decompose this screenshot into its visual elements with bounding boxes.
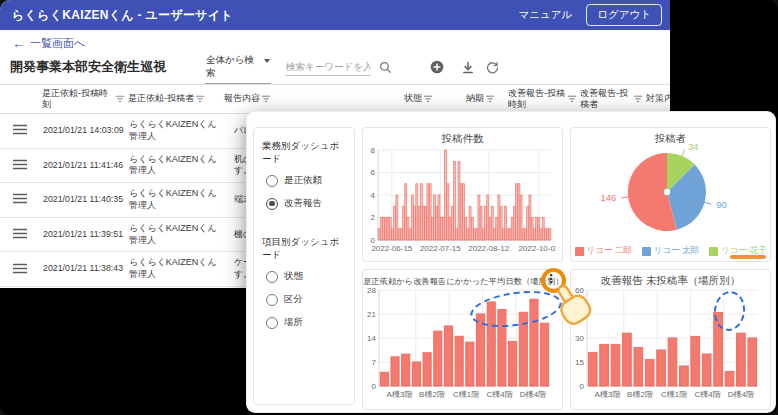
toolbar: 開発事業本部安全衛生巡視 全体から検索 — [0, 52, 670, 82]
item-radio-option[interactable]: 場所 — [266, 316, 348, 329]
filter-icon — [262, 95, 270, 103]
svg-text:D棟4階: D棟4階 — [520, 390, 546, 399]
table-header-row: 是正依頼-投稿時刻是正依頼-投稿者報告内容状態納期改善報告-投稿時刻改善報告-投… — [0, 84, 670, 114]
cell-poster: らくらくKAIZENくん 管理人 — [126, 119, 222, 142]
column-header[interactable]: 対策内容 — [644, 93, 670, 104]
chevron-down-icon — [264, 59, 270, 63]
back-link[interactable]: ← 一覧画面へ — [12, 36, 85, 51]
filter-icon — [634, 95, 642, 103]
svg-text:45: 45 — [575, 310, 584, 319]
svg-text:C棟1階: C棟1階 — [661, 390, 687, 399]
radio-icon — [266, 271, 278, 283]
post-count-chart-card: 投稿件数 024682022-06-152022-07-152022-08-12… — [362, 127, 563, 262]
column-header-label: 是正依頼-投稿者 — [128, 93, 194, 104]
column-header[interactable]: 改善報告-投稿時刻 — [506, 88, 578, 111]
item-radio-option[interactable]: 状態 — [266, 270, 348, 283]
legend-swatch — [575, 247, 584, 256]
cell-time: 2021/01/21 11:38:43 — [40, 263, 126, 274]
avg-days-chart-card: 是正依頼から改善報告にかかった平均日数（場所別） ⋮ 07142128A棟3階B… — [362, 269, 563, 410]
app-title: らくらくKAIZENくん - ユーザーサイト — [12, 7, 233, 24]
svg-text:C棟1階: C棟1階 — [453, 390, 479, 399]
refresh-icon[interactable] — [486, 61, 499, 74]
svg-text:7: 7 — [372, 358, 377, 367]
search-scope-value: 全体から検索 — [206, 54, 254, 78]
svg-text:15: 15 — [575, 358, 584, 367]
radio-label: 場所 — [284, 316, 303, 329]
app-header: らくらくKAIZENくん - ユーザーサイト マニュアル ログアウト — [0, 0, 670, 30]
row-menu-icon[interactable] — [11, 260, 29, 279]
filter-icon — [116, 95, 124, 103]
item-dashboard-label: 項目別ダッシュボード — [262, 236, 348, 262]
search-scope-select[interactable]: 全体から検索 — [205, 51, 271, 84]
row-menu-icon[interactable] — [11, 190, 29, 209]
post-count-bar-chart: 024682022-06-152022-07-152022-08-122022-… — [363, 144, 556, 256]
column-header-label: 改善報告-投稿者 — [580, 88, 632, 111]
column-header[interactable]: 状態 — [402, 93, 464, 104]
svg-text:6: 6 — [371, 168, 376, 177]
radio-label: 改善報告 — [284, 197, 322, 210]
row-menu-icon[interactable] — [11, 121, 29, 140]
back-arrow-icon: ← — [12, 37, 25, 50]
download-icon[interactable] — [462, 61, 474, 74]
kebab-menu-icon[interactable]: ⋮ — [545, 273, 557, 285]
cell-time: 2021/01/21 11:40:35 — [40, 194, 126, 205]
svg-text:8: 8 — [371, 146, 376, 155]
svg-text:14: 14 — [367, 334, 376, 343]
svg-text:B棟2階: B棟2階 — [419, 390, 445, 399]
row-menu-icon[interactable] — [11, 225, 29, 244]
business-radio-option[interactable]: 是正依頼 — [266, 174, 348, 187]
svg-text:2: 2 — [371, 213, 376, 222]
cell-poster: らくらくKAIZENくん 管理人 — [126, 154, 222, 177]
svg-text:30: 30 — [575, 334, 584, 343]
cell-time: 2021/01/21 11:39:51 — [40, 229, 126, 240]
column-header-label: 報告内容 — [224, 93, 260, 104]
cell-poster: らくらくKAIZENくん 管理人 — [126, 223, 222, 246]
svg-text:4: 4 — [371, 191, 376, 200]
add-icon[interactable] — [430, 60, 444, 74]
column-header-label: 状態 — [404, 93, 422, 104]
filter-icon — [568, 95, 576, 103]
legend-swatch — [642, 247, 651, 256]
item-radio-option[interactable]: 区分 — [266, 293, 348, 306]
filter-icon — [486, 95, 494, 103]
posters-chart-title: 投稿者 — [571, 128, 770, 144]
manual-button[interactable]: マニュアル — [511, 4, 581, 26]
column-header[interactable]: 報告内容 — [222, 93, 402, 104]
column-header-label: 納期 — [466, 93, 484, 104]
svg-text:21: 21 — [367, 310, 376, 319]
screenshot-canvas: らくらくKAIZENくん - ユーザーサイト マニュアル ログアウト ← 一覧画… — [0, 0, 778, 415]
radio-icon — [266, 317, 278, 329]
svg-text:28: 28 — [367, 286, 376, 295]
post-count-chart-title: 投稿件数 — [363, 128, 562, 144]
cell-poster: らくらくKAIZENくん 管理人 — [126, 257, 222, 280]
unposted-rate-bar-chart: 015304560A棟3階B棟2階C棟1階C棟4階D棟4階 — [571, 286, 764, 406]
svg-text:0: 0 — [580, 382, 585, 391]
radio-icon — [266, 175, 278, 187]
column-header[interactable]: 是正依頼-投稿時刻 — [40, 88, 126, 111]
svg-text:34: 34 — [688, 144, 699, 152]
search-input[interactable] — [285, 58, 371, 76]
back-link-label: 一覧画面へ — [30, 36, 85, 51]
legend-item[interactable]: リコー 太郎 — [642, 245, 699, 257]
search-icon[interactable] — [379, 61, 392, 74]
posters-pie-chart: 3490146 — [571, 144, 764, 239]
svg-text:2022-08-12: 2022-08-12 — [468, 244, 509, 253]
radio-label: 状態 — [284, 270, 303, 283]
horizontal-scrollbar-thumb[interactable] — [730, 255, 766, 259]
business-radio-option[interactable]: 改善報告 — [266, 197, 348, 210]
column-header[interactable]: 納期 — [464, 93, 506, 104]
svg-text:C棟4階: C棟4階 — [486, 390, 512, 399]
legend-label: リコー 二郎 — [587, 245, 632, 257]
unposted-rate-chart-card: 改善報告 未投稿率（場所別） 015304560A棟3階B棟2階C棟1階C棟4階… — [570, 269, 771, 410]
posters-chart-card: 投稿者 3490146 リコー 二郎リコー 太郎リコー 花子 — [570, 127, 771, 262]
legend-item[interactable]: リコー 二郎 — [575, 245, 632, 257]
svg-text:146: 146 — [601, 192, 617, 203]
logout-button[interactable]: ログアウト — [586, 4, 662, 26]
svg-text:A棟3階: A棟3階 — [387, 390, 413, 399]
radio-icon — [266, 198, 278, 210]
column-header[interactable]: 改善報告-投稿者 — [578, 88, 644, 111]
row-menu-icon[interactable] — [11, 156, 29, 175]
filter-icon — [196, 95, 204, 103]
column-header[interactable]: 是正依頼-投稿者 — [126, 93, 222, 104]
radio-icon — [266, 294, 278, 306]
